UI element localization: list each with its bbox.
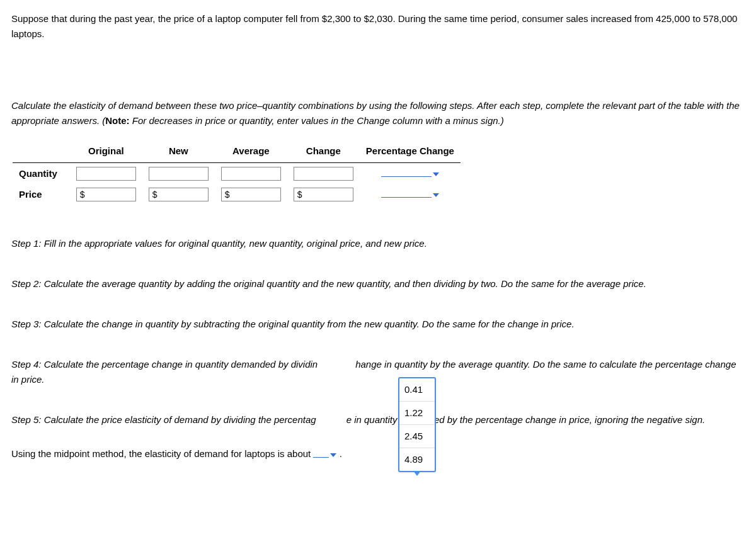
price-pct-change-dropdown[interactable] — [381, 187, 439, 202]
price-change-input[interactable]: $ — [294, 188, 353, 201]
final-text: Using the midpoint method, the elasticit… — [11, 448, 311, 459]
header-percentage-change: Percentage Change — [360, 140, 461, 163]
header-original: Original — [70, 140, 142, 163]
row-price: Price $ $ $ $ — [13, 184, 461, 205]
instruction: Calculate the elasticity of demand betwe… — [11, 98, 745, 128]
caret-down-icon — [330, 453, 336, 457]
step-1: Step 1: Fill in the appropriate values f… — [11, 236, 745, 251]
final-answer-dropdown[interactable] — [313, 447, 336, 462]
problem-intro: Suppose that during the past year, the p… — [11, 11, 745, 42]
quantity-change-input[interactable] — [294, 167, 353, 181]
dropdown-option[interactable]: 1.22 — [399, 402, 435, 425]
step-5: Step 5: Calculate the price elasticity o… — [11, 412, 745, 427]
dropdown-option[interactable]: 2.45 — [399, 425, 435, 448]
label-price: Price — [13, 184, 70, 205]
price-new-input[interactable]: $ — [149, 188, 209, 201]
dropdown-option[interactable]: 0.41 — [399, 378, 435, 402]
price-average-input[interactable]: $ — [221, 188, 281, 201]
caret-down-icon — [433, 172, 439, 176]
caret-down-icon — [433, 193, 439, 197]
step-3: Step 3: Calculate the change in quantity… — [11, 317, 745, 332]
step-4: Step 4: Calculate the percentage change … — [11, 357, 745, 387]
header-new: New — [142, 140, 215, 163]
header-change: Change — [287, 140, 360, 163]
step-2: Step 2: Calculate the average quantity b… — [11, 276, 745, 291]
quantity-pct-change-dropdown[interactable] — [381, 166, 439, 181]
final-sentence: Using the midpoint method, the elasticit… — [11, 446, 745, 462]
quantity-original-input[interactable] — [76, 167, 136, 181]
final-period: . — [340, 448, 342, 459]
elasticity-dropdown-popup[interactable]: 0.41 1.22 2.45 4.89 — [398, 377, 436, 472]
step4-a: Step 4: Calculate the percentage change … — [11, 359, 318, 370]
dropdown-option[interactable]: 4.89 — [399, 448, 435, 471]
row-quantity: Quantity — [13, 163, 461, 184]
quantity-new-input[interactable] — [149, 167, 209, 181]
instruction-part2: For decreases in price or quantity, ente… — [130, 115, 504, 126]
label-quantity: Quantity — [13, 163, 70, 184]
elasticity-table: Original New Average Change Percentage C… — [13, 140, 461, 205]
step5-a: Step 5: Calculate the price elasticity o… — [11, 414, 316, 425]
header-blank — [13, 140, 70, 163]
quantity-average-input[interactable] — [221, 167, 281, 181]
price-original-input[interactable]: $ — [76, 188, 136, 201]
header-average: Average — [215, 140, 287, 163]
note-label: Note: — [105, 115, 129, 126]
